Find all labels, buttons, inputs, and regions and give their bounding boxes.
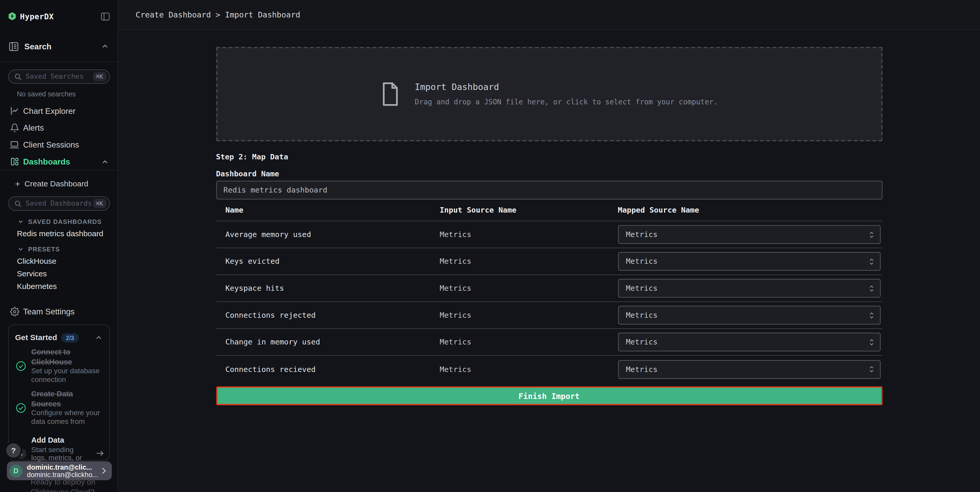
shortcut-badge: ⌘K [93,199,106,208]
table-row: Change in memory used Metrics Metrics [216,329,882,356]
preset-item-kubernetes[interactable]: Kubernetes [0,280,118,293]
saved-dashboards-input[interactable] [26,199,93,208]
search-section-header[interactable]: Search [0,39,118,54]
search-icon [14,73,22,80]
row-input-source: Metrics [440,230,618,239]
selected-value: Metrics [626,230,657,239]
sidebar-item-label: Dashboards [23,157,70,166]
mapped-source-select[interactable]: Metrics [618,360,880,379]
mapped-source-select[interactable]: Metrics [618,306,880,325]
mapped-source-select[interactable]: Metrics [618,333,880,351]
divider [0,170,118,171]
import-dropzone[interactable]: Import Dashboard Drag and drop a JSON fi… [216,47,882,141]
select-updown-icon [868,365,875,374]
sidebar-item-chart-explorer[interactable]: Chart Explorer [0,103,118,119]
group-label: PRESETS [28,245,60,252]
chevron-up-icon [95,334,102,341]
main-content: Import Dashboard Drag and drop a JSON fi… [118,30,980,492]
column-header-input-source: Input Source Name [440,205,618,214]
team-settings-label: Team Settings [23,307,75,316]
table-row: Keyspace hits Metrics Metrics [216,275,882,302]
saved-dashboards-group-toggle[interactable]: SAVED DASHBOARDS [18,217,118,226]
selected-value: Metrics [626,311,657,320]
sidebar-item-label: Alerts [23,123,44,132]
select-updown-icon [868,283,875,293]
saved-dashboard-item[interactable]: Redis metrics dashboard [0,228,118,240]
shortcut-badge: ⌘K [93,72,106,81]
selected-value: Metrics [626,365,657,374]
sidebar-item-team-settings[interactable]: Team Settings [0,303,118,320]
preset-item-services[interactable]: Services [0,267,118,280]
get-started-item-connect[interactable]: Connect to ClickHouse Set up your databa… [15,347,106,384]
get-started-item-sources[interactable]: Create Data Sources Configure where your… [15,389,106,426]
progress-badge: 2/3 [61,333,78,342]
arrow-right-icon [95,450,104,457]
saved-searches-input[interactable] [26,73,93,81]
row-name: Connections recieved [225,365,440,374]
sidebar-item-dashboards[interactable]: Dashboards [0,153,118,170]
brand-title: HyperDX [20,11,54,21]
select-updown-icon [868,257,875,266]
chart-line-icon [9,107,20,116]
create-dashboard-button[interactable]: + Create Dashboard [0,175,118,192]
selected-value: Metrics [626,257,657,266]
get-started-header[interactable]: Get Started 2/3 [15,333,106,343]
sidebar-item-alerts[interactable]: Alerts [0,119,118,137]
check-circle-icon [15,360,26,371]
saved-searches-search[interactable]: ⌘K [8,69,110,84]
row-name: Average memory used [225,230,440,239]
table-row: Average memory used Metrics Metrics [216,221,882,248]
dropzone-subtitle: Drag and drop a JSON file here, or click… [415,97,718,106]
sidebar-item-client-sessions[interactable]: Client Sessions [0,136,118,153]
row-input-source: Metrics [440,338,618,346]
sidebar-item-label: Chart Explorer [23,107,76,116]
plus-icon: + [15,179,20,188]
collapse-sidebar-button[interactable] [101,12,110,20]
row-input-source: Metrics [440,365,618,374]
gear-icon [9,307,20,316]
promo-line2: ClickHouse Cloud? [30,487,95,492]
table-row: Connections rejected Metrics Metrics [216,302,882,329]
create-dashboard-label: Create Dashboard [24,179,88,188]
user-name: dominic.tran@clic... [27,463,101,471]
user-email: dominic.tran@clickho... [27,471,101,479]
file-icon [380,82,400,107]
mapped-source-select[interactable]: Metrics [618,279,880,298]
presets-group-toggle[interactable]: PRESETS [18,244,118,253]
row-name: Change in memory used [225,338,440,346]
dashboard-name-label: Dashboard Name [216,169,882,179]
chevron-up-icon [101,42,109,50]
dashboard-name-input[interactable] [216,181,882,199]
breadcrumb: Create Dashboard > Import Dashboard [136,10,301,19]
step-title: Connect to ClickHouse [31,347,105,367]
select-updown-icon [868,230,875,239]
user-menu-button[interactable]: D dominic.tran@clic... dominic.tran@clic… [7,462,112,480]
search-section-label: Search [24,41,52,51]
step-title: Create Data Sources [31,389,105,409]
group-label: SAVED DASHBOARDS [28,218,102,225]
select-updown-icon [868,310,875,320]
chevron-down-icon [18,218,24,224]
step-title: Add Data [31,436,89,446]
mapped-source-select[interactable]: Metrics [618,225,880,244]
row-name: Keys evicted [225,257,440,266]
step-description: Configure where your data comes from [31,409,105,426]
step-label: Step 2: Map Data [216,152,882,162]
mapped-source-select[interactable]: Metrics [618,252,880,271]
help-button[interactable]: ? [6,443,21,458]
finish-import-button[interactable]: Finish Import [216,386,882,405]
row-name: Keyspace hits [225,284,440,293]
bell-icon [9,123,20,132]
chevron-down-icon [18,246,24,252]
check-circle-icon [15,402,26,413]
column-header-mapped-source: Mapped Source Name [618,205,882,214]
logo-row: HyperDX [8,9,110,24]
table-header: Name Input Source Name Mapped Source Nam… [216,199,882,221]
topbar: Create Dashboard > Import Dashboard [118,0,980,30]
dropzone-title: Import Dashboard [415,82,718,92]
saved-dashboards-search[interactable]: ⌘K [8,196,110,211]
row-input-source: Metrics [440,284,618,293]
preset-item-clickhouse[interactable]: ClickHouse [0,255,118,267]
panel-left-icon [101,12,110,20]
selected-value: Metrics [626,338,657,346]
